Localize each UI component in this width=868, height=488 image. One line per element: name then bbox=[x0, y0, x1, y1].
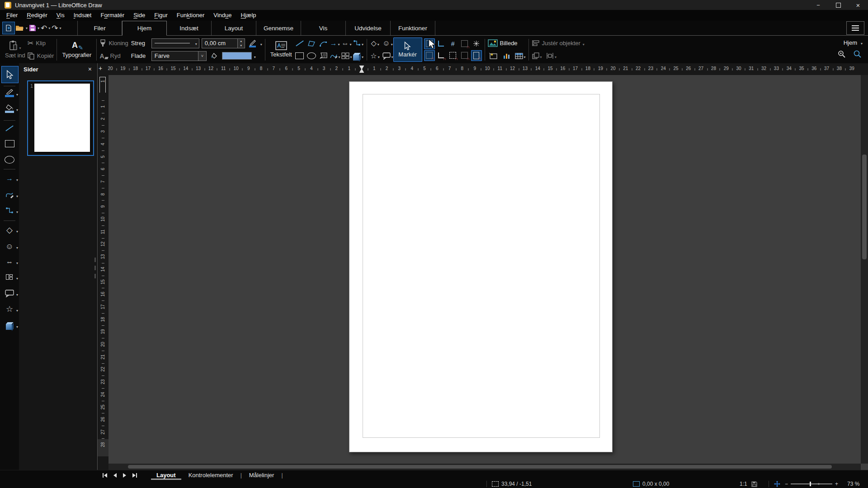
callouts-button[interactable] bbox=[382, 51, 393, 61]
vertical-ruler[interactable]: 1123456789101112131415161718192021222324… bbox=[98, 75, 109, 470]
toolbox-lines-arrows[interactable]: → bbox=[0, 172, 19, 185]
insert-ellipse-button[interactable] bbox=[306, 51, 317, 61]
line-color-dropdown[interactable] bbox=[260, 39, 262, 47]
line-style-combobox[interactable] bbox=[151, 38, 199, 48]
paste-button[interactable]: Sæt ind bbox=[3, 40, 28, 59]
undo-dropdown[interactable] bbox=[47, 26, 51, 30]
insert-polygon-button[interactable] bbox=[306, 38, 317, 49]
vertical-scrollbar[interactable] bbox=[861, 75, 868, 464]
fill-color-dropdown[interactable] bbox=[254, 52, 256, 60]
panel-splitter[interactable] bbox=[94, 258, 97, 278]
basic-shapes-dropdown[interactable] bbox=[377, 39, 379, 47]
display-grid-button[interactable] bbox=[424, 38, 435, 49]
block-arrows-dropdown[interactable] bbox=[350, 39, 352, 47]
toolbox-select-tool[interactable] bbox=[1, 66, 19, 83]
frame-layout-button[interactable] bbox=[341, 51, 352, 61]
snap-helplines-button[interactable] bbox=[471, 38, 482, 49]
scale-indicator[interactable]: 1:1 bbox=[740, 480, 747, 488]
zoom-fit-button[interactable] bbox=[774, 480, 780, 488]
menu-item-figur[interactable]: Figur bbox=[150, 10, 172, 21]
horizontal-scrollbar[interactable] bbox=[108, 464, 861, 470]
undo-button[interactable]: ↶ bbox=[41, 24, 47, 32]
zoom-button[interactable] bbox=[836, 49, 847, 60]
basic-shapes-button[interactable]: ◇ bbox=[370, 38, 381, 49]
toolbox-line-color[interactable] bbox=[0, 87, 19, 99]
distribute-dropdown[interactable] bbox=[555, 52, 557, 60]
connector-button[interactable] bbox=[353, 38, 364, 49]
close-button[interactable]: × bbox=[848, 0, 868, 10]
menu-item-formatér[interactable]: Formatér bbox=[96, 10, 129, 21]
line-color-tool-dropdown[interactable] bbox=[16, 93, 18, 97]
clone-formatting-button[interactable]: Kloning bbox=[99, 38, 128, 49]
tab-vis[interactable]: Vis bbox=[301, 21, 346, 35]
arrange-dropdown[interactable] bbox=[540, 52, 542, 60]
menu-item-filer[interactable]: Filer bbox=[2, 10, 22, 21]
fill-color-tool-dropdown[interactable] bbox=[16, 108, 18, 112]
line-width-spinner[interactable]: 0,00 cm ▲▼ bbox=[202, 38, 245, 48]
toolbox-stars[interactable]: ☆ bbox=[0, 303, 19, 315]
layer-tab-kontrolelementer[interactable]: Kontrolelementer bbox=[183, 471, 239, 480]
snap-to-guides-button[interactable]: ∩ bbox=[459, 38, 470, 49]
block-arrows-button[interactable]: ⇔ bbox=[341, 38, 352, 49]
snap-to-grid-button[interactable]: ∩ bbox=[424, 50, 435, 61]
snap-to-object-border-button[interactable]: ∩ bbox=[459, 50, 470, 61]
insert-chart-button[interactable] bbox=[501, 51, 512, 61]
save-button[interactable] bbox=[29, 24, 36, 32]
stars-button[interactable]: ☆ bbox=[370, 51, 381, 61]
distribute-button[interactable] bbox=[546, 51, 557, 61]
line-color-button[interactable] bbox=[247, 38, 258, 49]
tab-udvidelse[interactable]: Udvidelse bbox=[346, 21, 391, 35]
freeform-dropdown[interactable] bbox=[339, 52, 340, 60]
table-dropdown[interactable] bbox=[524, 52, 526, 60]
layer-tab-layout[interactable]: Layout bbox=[151, 471, 181, 480]
new-document-button[interactable] bbox=[2, 22, 15, 34]
symbol-shapes-button[interactable]: ☺ bbox=[382, 38, 393, 49]
horizontal-ruler[interactable]: + 20191817161514131211109876543211234567… bbox=[98, 63, 868, 75]
page-thumbnail[interactable]: 1 bbox=[27, 80, 94, 156]
toolbox-curves-polygons[interactable] bbox=[0, 188, 19, 201]
menu-item-redigér[interactable]: Redigér bbox=[22, 10, 52, 21]
insert-curve-button[interactable] bbox=[318, 38, 329, 49]
fill-color-button[interactable] bbox=[209, 51, 220, 61]
minimize-button[interactable]: − bbox=[808, 0, 828, 10]
insert-image-button[interactable]: Billede bbox=[488, 38, 526, 49]
zoom-slider-thumb[interactable] bbox=[810, 482, 811, 486]
menu-item-side[interactable]: Side bbox=[129, 10, 150, 21]
toolbox-symbol-shapes[interactable]: ☺ bbox=[0, 240, 19, 253]
document-modified-indicator[interactable] bbox=[751, 480, 757, 488]
previous-page-button[interactable] bbox=[113, 473, 117, 478]
callouts-dropdown[interactable] bbox=[392, 52, 393, 60]
menubar-toggle-button[interactable] bbox=[846, 21, 864, 35]
spin-up-icon[interactable]: ▲ bbox=[238, 39, 245, 43]
3d-objects-button[interactable] bbox=[353, 51, 364, 61]
insert-table-button[interactable] bbox=[515, 51, 526, 61]
toolbox-callouts[interactable] bbox=[0, 287, 19, 300]
clear-formatting-button[interactable]: A Ryd bbox=[99, 50, 128, 61]
tab-layout[interactable]: Layout bbox=[212, 21, 256, 35]
last-page-button[interactable] bbox=[132, 473, 137, 478]
spin-down-icon[interactable]: ▼ bbox=[238, 43, 245, 48]
open-file-button[interactable] bbox=[15, 24, 24, 32]
paste-dropdown[interactable] bbox=[19, 43, 21, 51]
toolbox-3d-objects[interactable] bbox=[0, 319, 19, 332]
toolbox-fill-color[interactable] bbox=[0, 102, 19, 115]
restore-button[interactable] bbox=[828, 0, 848, 10]
zoom-out-icon[interactable]: − bbox=[785, 481, 788, 487]
menu-item-funktioner[interactable]: Funktioner bbox=[172, 10, 209, 21]
vertical-scrollbar-thumb[interactable] bbox=[862, 155, 867, 259]
first-page-button[interactable] bbox=[102, 473, 108, 478]
snap-to-page-button[interactable]: ∩ bbox=[471, 50, 482, 61]
gallery-button[interactable] bbox=[488, 51, 499, 61]
menu-item-vis[interactable]: Vis bbox=[52, 10, 69, 21]
redo-button[interactable]: ↷ bbox=[52, 24, 58, 32]
horizontal-scrollbar-thumb[interactable] bbox=[128, 465, 832, 469]
drawing-page[interactable] bbox=[349, 81, 613, 452]
drawing-canvas[interactable] bbox=[108, 75, 861, 464]
toolbox-connectors[interactable] bbox=[0, 204, 19, 217]
pages-panel-close-icon[interactable]: × bbox=[88, 66, 92, 73]
text-frame-button[interactable] bbox=[318, 51, 329, 61]
tab-indsæt[interactable]: Indsæt bbox=[167, 21, 212, 35]
display-guides-button[interactable]: # bbox=[448, 38, 458, 49]
toolbox-insert-line[interactable] bbox=[0, 122, 19, 135]
fill-color-swatch[interactable] bbox=[222, 52, 252, 60]
